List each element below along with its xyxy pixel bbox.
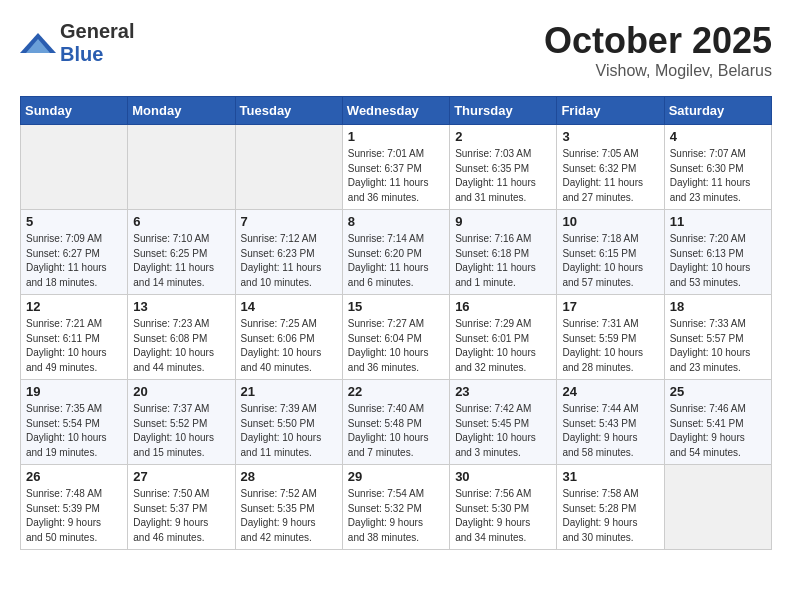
calendar-week-row: 12Sunrise: 7:21 AM Sunset: 6:11 PM Dayli… xyxy=(21,295,772,380)
day-info: Sunrise: 7:35 AM Sunset: 5:54 PM Dayligh… xyxy=(26,402,122,460)
day-info: Sunrise: 7:29 AM Sunset: 6:01 PM Dayligh… xyxy=(455,317,551,375)
calendar-cell: 29Sunrise: 7:54 AM Sunset: 5:32 PM Dayli… xyxy=(342,465,449,550)
day-number: 3 xyxy=(562,129,658,144)
weekday-header: Monday xyxy=(128,97,235,125)
day-info: Sunrise: 7:09 AM Sunset: 6:27 PM Dayligh… xyxy=(26,232,122,290)
calendar-cell: 26Sunrise: 7:48 AM Sunset: 5:39 PM Dayli… xyxy=(21,465,128,550)
day-info: Sunrise: 7:44 AM Sunset: 5:43 PM Dayligh… xyxy=(562,402,658,460)
day-info: Sunrise: 7:23 AM Sunset: 6:08 PM Dayligh… xyxy=(133,317,229,375)
logo: General Blue xyxy=(20,20,134,66)
calendar-cell: 17Sunrise: 7:31 AM Sunset: 5:59 PM Dayli… xyxy=(557,295,664,380)
day-info: Sunrise: 7:54 AM Sunset: 5:32 PM Dayligh… xyxy=(348,487,444,545)
calendar-cell: 14Sunrise: 7:25 AM Sunset: 6:06 PM Dayli… xyxy=(235,295,342,380)
day-info: Sunrise: 7:21 AM Sunset: 6:11 PM Dayligh… xyxy=(26,317,122,375)
calendar-cell: 6Sunrise: 7:10 AM Sunset: 6:25 PM Daylig… xyxy=(128,210,235,295)
day-info: Sunrise: 7:07 AM Sunset: 6:30 PM Dayligh… xyxy=(670,147,766,205)
day-info: Sunrise: 7:14 AM Sunset: 6:20 PM Dayligh… xyxy=(348,232,444,290)
day-info: Sunrise: 7:33 AM Sunset: 5:57 PM Dayligh… xyxy=(670,317,766,375)
day-number: 8 xyxy=(348,214,444,229)
calendar-cell: 30Sunrise: 7:56 AM Sunset: 5:30 PM Dayli… xyxy=(450,465,557,550)
day-number: 22 xyxy=(348,384,444,399)
logo-general: General xyxy=(60,20,134,42)
day-info: Sunrise: 7:58 AM Sunset: 5:28 PM Dayligh… xyxy=(562,487,658,545)
day-info: Sunrise: 7:16 AM Sunset: 6:18 PM Dayligh… xyxy=(455,232,551,290)
day-number: 30 xyxy=(455,469,551,484)
calendar-cell: 7Sunrise: 7:12 AM Sunset: 6:23 PM Daylig… xyxy=(235,210,342,295)
day-number: 15 xyxy=(348,299,444,314)
day-number: 5 xyxy=(26,214,122,229)
weekday-header: Tuesday xyxy=(235,97,342,125)
location: Vishow, Mogilev, Belarus xyxy=(544,62,772,80)
day-number: 13 xyxy=(133,299,229,314)
day-number: 31 xyxy=(562,469,658,484)
day-info: Sunrise: 7:25 AM Sunset: 6:06 PM Dayligh… xyxy=(241,317,337,375)
day-number: 12 xyxy=(26,299,122,314)
day-number: 26 xyxy=(26,469,122,484)
calendar-cell: 20Sunrise: 7:37 AM Sunset: 5:52 PM Dayli… xyxy=(128,380,235,465)
calendar-cell xyxy=(128,125,235,210)
weekday-header-row: SundayMondayTuesdayWednesdayThursdayFrid… xyxy=(21,97,772,125)
day-number: 20 xyxy=(133,384,229,399)
day-info: Sunrise: 7:27 AM Sunset: 6:04 PM Dayligh… xyxy=(348,317,444,375)
calendar-cell: 21Sunrise: 7:39 AM Sunset: 5:50 PM Dayli… xyxy=(235,380,342,465)
calendar-table: SundayMondayTuesdayWednesdayThursdayFrid… xyxy=(20,96,772,550)
day-info: Sunrise: 7:03 AM Sunset: 6:35 PM Dayligh… xyxy=(455,147,551,205)
day-info: Sunrise: 7:56 AM Sunset: 5:30 PM Dayligh… xyxy=(455,487,551,545)
calendar-cell: 23Sunrise: 7:42 AM Sunset: 5:45 PM Dayli… xyxy=(450,380,557,465)
calendar-cell: 5Sunrise: 7:09 AM Sunset: 6:27 PM Daylig… xyxy=(21,210,128,295)
day-info: Sunrise: 7:39 AM Sunset: 5:50 PM Dayligh… xyxy=(241,402,337,460)
day-info: Sunrise: 7:50 AM Sunset: 5:37 PM Dayligh… xyxy=(133,487,229,545)
day-number: 9 xyxy=(455,214,551,229)
day-info: Sunrise: 7:40 AM Sunset: 5:48 PM Dayligh… xyxy=(348,402,444,460)
weekday-header: Friday xyxy=(557,97,664,125)
weekday-header: Saturday xyxy=(664,97,771,125)
calendar-cell: 22Sunrise: 7:40 AM Sunset: 5:48 PM Dayli… xyxy=(342,380,449,465)
day-info: Sunrise: 7:52 AM Sunset: 5:35 PM Dayligh… xyxy=(241,487,337,545)
day-number: 11 xyxy=(670,214,766,229)
calendar-cell: 31Sunrise: 7:58 AM Sunset: 5:28 PM Dayli… xyxy=(557,465,664,550)
day-info: Sunrise: 7:05 AM Sunset: 6:32 PM Dayligh… xyxy=(562,147,658,205)
day-number: 28 xyxy=(241,469,337,484)
day-info: Sunrise: 7:42 AM Sunset: 5:45 PM Dayligh… xyxy=(455,402,551,460)
day-number: 17 xyxy=(562,299,658,314)
month-title: October 2025 xyxy=(544,20,772,62)
day-number: 2 xyxy=(455,129,551,144)
day-info: Sunrise: 7:18 AM Sunset: 6:15 PM Dayligh… xyxy=(562,232,658,290)
header: General Blue October 2025 Vishow, Mogile… xyxy=(20,20,772,80)
calendar-cell: 24Sunrise: 7:44 AM Sunset: 5:43 PM Dayli… xyxy=(557,380,664,465)
day-info: Sunrise: 7:31 AM Sunset: 5:59 PM Dayligh… xyxy=(562,317,658,375)
calendar-week-row: 1Sunrise: 7:01 AM Sunset: 6:37 PM Daylig… xyxy=(21,125,772,210)
day-number: 4 xyxy=(670,129,766,144)
calendar-cell: 28Sunrise: 7:52 AM Sunset: 5:35 PM Dayli… xyxy=(235,465,342,550)
day-info: Sunrise: 7:10 AM Sunset: 6:25 PM Dayligh… xyxy=(133,232,229,290)
day-info: Sunrise: 7:12 AM Sunset: 6:23 PM Dayligh… xyxy=(241,232,337,290)
day-number: 1 xyxy=(348,129,444,144)
day-number: 7 xyxy=(241,214,337,229)
day-info: Sunrise: 7:48 AM Sunset: 5:39 PM Dayligh… xyxy=(26,487,122,545)
calendar-cell: 4Sunrise: 7:07 AM Sunset: 6:30 PM Daylig… xyxy=(664,125,771,210)
calendar-cell: 11Sunrise: 7:20 AM Sunset: 6:13 PM Dayli… xyxy=(664,210,771,295)
calendar-cell: 25Sunrise: 7:46 AM Sunset: 5:41 PM Dayli… xyxy=(664,380,771,465)
day-number: 24 xyxy=(562,384,658,399)
day-number: 25 xyxy=(670,384,766,399)
day-number: 21 xyxy=(241,384,337,399)
calendar-cell xyxy=(235,125,342,210)
calendar-cell: 19Sunrise: 7:35 AM Sunset: 5:54 PM Dayli… xyxy=(21,380,128,465)
calendar-cell: 3Sunrise: 7:05 AM Sunset: 6:32 PM Daylig… xyxy=(557,125,664,210)
day-info: Sunrise: 7:37 AM Sunset: 5:52 PM Dayligh… xyxy=(133,402,229,460)
weekday-header: Sunday xyxy=(21,97,128,125)
day-number: 29 xyxy=(348,469,444,484)
day-number: 19 xyxy=(26,384,122,399)
day-info: Sunrise: 7:20 AM Sunset: 6:13 PM Dayligh… xyxy=(670,232,766,290)
day-number: 14 xyxy=(241,299,337,314)
calendar-cell xyxy=(21,125,128,210)
calendar-week-row: 19Sunrise: 7:35 AM Sunset: 5:54 PM Dayli… xyxy=(21,380,772,465)
calendar-cell: 10Sunrise: 7:18 AM Sunset: 6:15 PM Dayli… xyxy=(557,210,664,295)
day-number: 23 xyxy=(455,384,551,399)
day-number: 6 xyxy=(133,214,229,229)
calendar-cell: 18Sunrise: 7:33 AM Sunset: 5:57 PM Dayli… xyxy=(664,295,771,380)
calendar-week-row: 26Sunrise: 7:48 AM Sunset: 5:39 PM Dayli… xyxy=(21,465,772,550)
calendar-cell: 13Sunrise: 7:23 AM Sunset: 6:08 PM Dayli… xyxy=(128,295,235,380)
calendar-cell: 12Sunrise: 7:21 AM Sunset: 6:11 PM Dayli… xyxy=(21,295,128,380)
day-number: 18 xyxy=(670,299,766,314)
